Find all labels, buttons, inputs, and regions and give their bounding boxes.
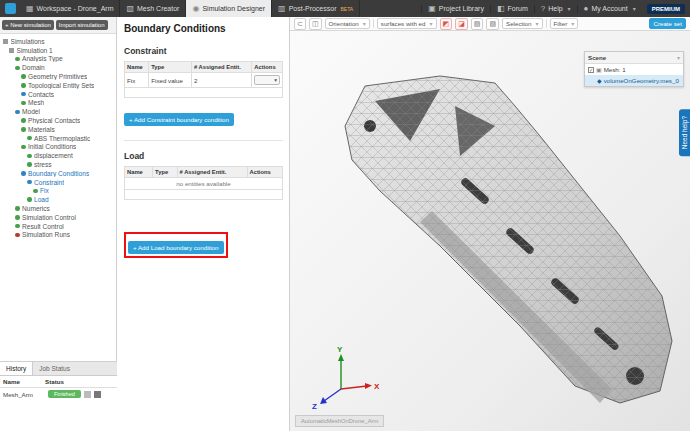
tab-post-processor[interactable]: ▥ Post-Processor BETA [272,0,360,17]
mesh-body [345,76,672,403]
table-row[interactable]: Fix Fixed value 2 ▾ [125,73,283,88]
tab-history[interactable]: History [0,362,33,375]
boundary-conditions-panel: Boundary Conditions Constraint Name Type… [118,17,290,431]
page-title: Boundary Conditions [124,23,283,34]
tree-item-model[interactable]: Model [0,107,116,116]
chevron-down-icon: ▾ [274,77,277,83]
render-canvas[interactable]: Scene ▾ ✓ ▣ Mesh: 1 ◆ volumeOnGeometry.m… [290,31,690,431]
render-mode-dropdown[interactable]: surfaces with ed ▾ [377,18,437,29]
tree-item-physical-contacts[interactable]: Physical Contacts [0,116,116,125]
volume-icon: ◆ [597,78,602,84]
status-icon [15,233,20,238]
mesh-creator-icon: ▧ [126,5,134,13]
workspace-tab[interactable]: ▦ Workspace - Drone_Arm [20,0,120,17]
workspace-label: Workspace - Drone_Arm [37,5,114,12]
add-load-button[interactable]: + Add Load boundary condition [128,241,224,254]
need-help-tab[interactable]: Need help? [679,109,690,156]
tree-item-analysis-type[interactable]: Analysis Type [0,55,116,64]
node-label: Topological Entity Sets [28,82,94,89]
tutorial-highlight-box: + Add Load boundary condition [124,232,228,258]
pick-faces-icon[interactable]: ◩ [440,18,453,30]
help-icon: ? [541,5,545,13]
tab-job-status[interactable]: Job Status [33,362,76,375]
filter-dropdown[interactable]: Filter ▾ [550,18,579,29]
top-bar: ▦ Workspace - Drone_Arm ▧ Mesh Creator ◉… [0,0,690,17]
tree-item-topological-entity-sets[interactable]: Topological Entity Sets [0,81,116,90]
user-icon: ● [584,5,589,13]
tree-item-materials[interactable]: Materials [0,125,116,134]
tree-item-result-control[interactable]: Result Control [0,222,116,231]
status-icon [27,136,32,141]
axis-triad: Y X Z [308,341,382,411]
tree-item-constraint[interactable]: Constraint [0,178,116,187]
tree-item-stress[interactable]: stress [0,160,116,169]
workspace-icon: ▦ [26,5,34,13]
row-actions-dropdown[interactable]: ▾ [254,75,280,85]
tab-label: Post-Processor [289,5,337,12]
magnet-snap-icon[interactable]: ⊂ [294,18,306,30]
project-library-icon: ▣ [428,5,436,13]
add-constraint-button[interactable]: + Add Constraint boundary condition [124,113,234,126]
orientation-dropdown[interactable]: Orientation ▾ [325,18,370,29]
status-icon [27,197,32,202]
view-run-icon[interactable] [84,391,91,398]
tree-item-contacts[interactable]: Contacts [0,90,116,99]
tree-item-load[interactable]: Load [0,195,116,204]
mesh-name-field[interactable]: AutomaticMeshOnDrone_Arm [295,415,384,427]
node-label: Geometry Primitives [28,73,87,80]
create-set-button[interactable]: Create set [649,18,686,29]
scene-item-volume[interactable]: ◆ volumeOnGeometry.mes_0 [585,75,683,86]
forum-label: Forum [508,5,528,12]
project-library-label: Project Library [439,5,484,12]
filter-label: Filter [554,20,568,27]
tree-item-mesh[interactable]: Mesh [0,99,116,108]
tree-item-domain[interactable]: Domain [0,63,116,72]
project-library-button[interactable]: ▣ Project Library [421,5,490,13]
help-menu[interactable]: ? Help ▾ [534,5,577,13]
node-label: stress [34,161,52,168]
collapse-icon[interactable]: ▾ [677,54,680,61]
status-icon [27,154,32,159]
visibility-checkbox[interactable]: ✓ [588,67,594,73]
table-row[interactable]: Mesh_Arm Finished [0,388,117,400]
selection-dropdown[interactable]: Selection ▾ [502,18,542,29]
forum-icon: ◧ [497,5,505,13]
my-account-menu[interactable]: ● My Account ▾ [577,5,642,13]
column-header: # Assigned Entit. [177,167,247,178]
box-select-icon[interactable]: ▧ [471,18,484,30]
tree-item-simulation-1[interactable]: Simulation 1 [0,46,116,55]
tree-item-fix[interactable]: Fix [0,187,116,196]
tab-simulation-designer[interactable]: ◉ Simulation Designer [186,0,272,17]
status-icon [27,162,32,167]
tree-item-boundary-conditions[interactable]: Boundary Conditions [0,169,116,178]
node-label: Simulations [11,38,45,45]
tree-item-abs-thermoplastic[interactable]: ABS Thermoplastic [0,134,116,143]
import-simulation-button[interactable]: Import simulation [56,20,108,30]
viewport-3d[interactable]: ⊂ ◫ Orientation ▾ surfaces with ed ▾ ◩ ◪… [290,17,690,431]
tree-item-geometry-primitives[interactable]: Geometry Primitives [0,72,116,81]
status-icon [15,224,20,229]
tree-item-displacement[interactable]: displacement [0,151,116,160]
status-icon [21,171,26,176]
screenshot-icon[interactable]: ◫ [309,18,322,30]
load-table: Name Type # Assigned Entit. Actions no e… [124,166,283,200]
app-logo-icon[interactable] [5,3,16,14]
tree-item-numerics[interactable]: Numerics [0,204,116,213]
status-icon [27,180,32,185]
tree-item-initial-conditions[interactable]: Initial Conditions [0,143,116,152]
new-simulation-button[interactable]: + New simulation [2,20,54,30]
tree-item-simulations[interactable]: Simulations [0,37,116,46]
tree-item-simulation-runs[interactable]: Simulation Runs [0,231,116,240]
tab-mesh-creator[interactable]: ▧ Mesh Creator [120,0,186,17]
forum-button[interactable]: ◧ Forum [490,5,534,13]
column-header: Actions [252,62,283,73]
clear-selection-icon[interactable]: ▨ [486,18,499,30]
chevron-down-icon: ▾ [568,5,571,12]
delete-run-icon[interactable] [94,391,101,398]
node-label: Load [34,196,49,203]
scene-item-mesh[interactable]: ✓ ▣ Mesh: 1 [585,64,683,75]
pick-volumes-icon[interactable]: ◪ [455,18,468,30]
tree-item-simulation-control[interactable]: Simulation Control [0,213,116,222]
simulation-tree-panel: + New simulation Import simulation Simul… [0,17,117,431]
column-header: Actions [247,167,283,178]
